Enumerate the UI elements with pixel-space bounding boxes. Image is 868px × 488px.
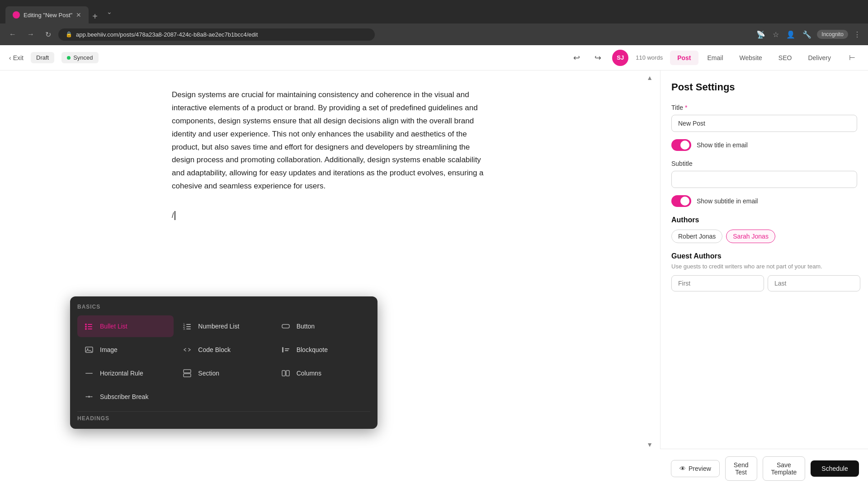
post-settings-title: Post Settings [671, 81, 857, 93]
horizontal-rule-label: Horizontal Rule [100, 370, 143, 377]
incognito-badge[interactable]: Incognito [817, 30, 848, 39]
slash-menu-item-columns[interactable]: Columns [274, 362, 370, 384]
tab-delivery[interactable]: Delivery [801, 51, 838, 65]
svg-point-23 [88, 396, 90, 398]
exit-arrow-icon: ‹ [9, 54, 11, 61]
button-icon [279, 320, 292, 333]
show-title-toggle[interactable] [671, 139, 691, 151]
show-title-label: Show title in email [697, 141, 748, 149]
slash-menu-item-blockquote[interactable]: Blockquote [274, 339, 370, 361]
text-cursor [175, 211, 175, 220]
menu-icon[interactable]: ⋮ [852, 28, 863, 41]
editor-body-text[interactable]: Design systems are crucial for maintaini… [172, 89, 488, 193]
horizontal-rule-icon [83, 367, 95, 380]
extensions-icon[interactable]: 🔧 [801, 28, 813, 41]
tab-email[interactable]: Email [700, 51, 731, 65]
address-text: app.beehiiv.com/posts/478a23a8-2087-424c… [76, 31, 258, 38]
redo-button[interactable]: ↪ [591, 51, 605, 65]
forward-button[interactable]: → [24, 28, 38, 40]
bullet-list-icon [83, 320, 95, 333]
slash-command-menu[interactable]: Basics Bullet List 1.2.3. Numbered List [70, 296, 377, 429]
new-tab-button[interactable]: + [89, 9, 101, 23]
subscriber-break-icon [83, 390, 95, 403]
svg-rect-9 [186, 326, 191, 327]
draft-badge[interactable]: Draft [31, 52, 54, 63]
button-label: Button [297, 323, 315, 330]
svg-rect-1 [88, 324, 92, 325]
guest-last-name-input[interactable] [768, 275, 860, 291]
svg-rect-15 [282, 347, 283, 352]
authors-row: Robert Jonas Sarah Jonas [671, 230, 857, 243]
app-toolbar: ‹ Exit Draft Synced ↩ ↪ SJ 110 words Pos… [0, 45, 868, 70]
right-sidebar: Post Settings Title * Show title in emai… [660, 70, 868, 488]
slash-menu-item-section[interactable]: Section [175, 362, 272, 384]
svg-rect-5 [88, 328, 92, 329]
tab-overflow-icon[interactable]: ⌄ [105, 6, 114, 17]
editor-area[interactable]: Design systems are crucial for maintaini… [0, 70, 660, 488]
word-count: 110 words [636, 54, 663, 61]
numbered-list-label: Numbered List [198, 323, 239, 330]
svg-rect-21 [282, 371, 285, 376]
svg-point-0 [85, 324, 87, 325]
svg-rect-22 [286, 371, 289, 376]
address-actions: 📡 ☆ 👤 🔧 Incognito ⋮ [755, 28, 863, 41]
main-layout: Design systems are crucial for maintaini… [0, 70, 868, 488]
slash-menu-item-numbered-list[interactable]: 1.2.3. Numbered List [175, 315, 272, 337]
back-button[interactable]: ← [5, 28, 20, 40]
editor-content: Design systems are crucial for maintaini… [172, 89, 488, 220]
tab-website[interactable]: Website [732, 51, 769, 65]
guest-first-name-input[interactable] [671, 275, 764, 291]
tab-favicon [13, 11, 20, 19]
title-input[interactable] [671, 115, 857, 132]
show-title-toggle-row: Show title in email [671, 139, 857, 151]
user-avatar[interactable]: SJ [612, 50, 628, 66]
reload-button[interactable]: ↻ [42, 28, 55, 41]
scroll-up-button[interactable]: ▲ [643, 70, 656, 85]
slash-menu-item-code-block[interactable]: Code Block [175, 339, 272, 361]
undo-button[interactable]: ↩ [570, 51, 584, 65]
slash-menu-item-button[interactable]: Button [274, 315, 370, 337]
sidebar-collapse-button[interactable]: ⊢ [845, 52, 859, 64]
schedule-button[interactable]: Schedule [811, 460, 859, 477]
editor-cursor-line[interactable]: / [172, 211, 488, 220]
title-label: Title * [671, 104, 857, 111]
tab-seo[interactable]: SEO [771, 51, 799, 65]
synced-badge[interactable]: Synced [61, 52, 98, 63]
exit-label: Exit [13, 54, 24, 61]
bookmark-icon[interactable]: ☆ [771, 28, 781, 41]
columns-icon [279, 367, 292, 380]
author-sarah-jonas[interactable]: Sarah Jonas [726, 230, 775, 243]
preview-icon: 👁 [679, 465, 686, 472]
section-label: Section [198, 370, 219, 377]
subscriber-break-label: Subscriber Break [100, 393, 148, 400]
slash-menu-item-bullet-list[interactable]: Bullet List [77, 315, 174, 337]
address-bar[interactable]: 🔒 app.beehiiv.com/posts/478a23a8-2087-42… [58, 28, 375, 41]
svg-rect-7 [186, 324, 191, 325]
exit-button[interactable]: ‹ Exit [9, 54, 24, 61]
scroll-down-button[interactable]: ▼ [643, 437, 656, 452]
profile-icon[interactable]: 👤 [784, 28, 797, 41]
author-robert-jonas[interactable]: Robert Jonas [671, 230, 722, 243]
active-tab[interactable]: Editing "New Post" ✕ [5, 6, 89, 23]
show-subtitle-toggle[interactable] [671, 195, 691, 207]
slash-menu-item-image[interactable]: Image [77, 339, 174, 361]
show-subtitle-toggle-row: Show subtitle in email [671, 195, 857, 207]
slash-menu-headings-label: Headings [77, 415, 370, 422]
columns-label: Columns [297, 370, 321, 377]
cast-icon[interactable]: 📡 [755, 28, 767, 41]
tab-post[interactable]: Post [670, 51, 698, 65]
slash-menu-item-horizontal-rule[interactable]: Horizontal Rule [77, 362, 174, 384]
send-test-button[interactable]: Send Test [725, 456, 757, 481]
preview-button[interactable]: 👁 Preview [671, 460, 720, 477]
slash-menu-item-subscriber-break[interactable]: Subscriber Break [77, 386, 174, 408]
authors-section-label: Authors [671, 216, 857, 224]
tab-close-button[interactable]: ✕ [76, 11, 81, 19]
slash-menu-divider [77, 411, 370, 412]
tab-title: Editing "New Post" [24, 12, 72, 19]
subtitle-input[interactable] [671, 171, 857, 188]
svg-point-4 [85, 328, 87, 330]
browser-chrome: Editing "New Post" ✕ + ⌄ [0, 0, 868, 23]
save-template-button[interactable]: Save Template [763, 456, 806, 481]
svg-rect-3 [88, 326, 92, 327]
bullet-list-label: Bullet List [100, 323, 127, 330]
